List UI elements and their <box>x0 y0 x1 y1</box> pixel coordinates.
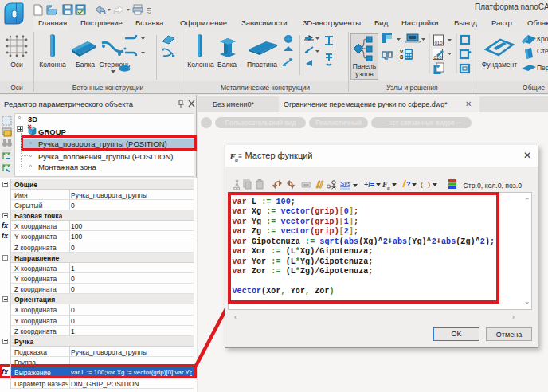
svg-text:010: 010 <box>435 41 444 45</box>
svg-text:+/=: +/= <box>364 181 374 189</box>
svg-text:φ: φ <box>235 158 238 163</box>
svg-text:φ: φ <box>387 185 390 190</box>
svg-text:8: 8 <box>400 53 403 61</box>
